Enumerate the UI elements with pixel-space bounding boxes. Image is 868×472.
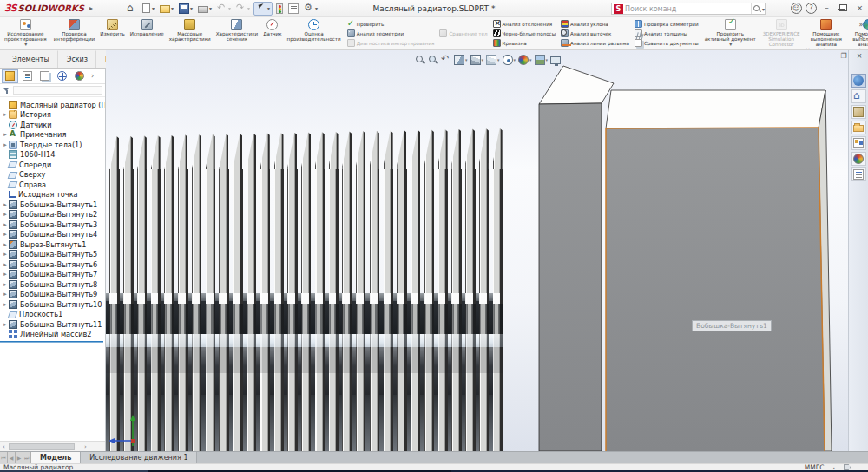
doc-restore-button[interactable]: ❐	[838, 52, 849, 60]
ribbon-button[interactable]: Проверка симметрии	[633, 19, 700, 29]
display-style-button[interactable]: ▾	[486, 55, 500, 65]
units-caret-icon[interactable]: ▴	[832, 465, 835, 470]
panel-tabs-expand-icon[interactable]: ›	[91, 72, 94, 80]
dropdown-caret[interactable]: ▾	[228, 5, 231, 11]
tree-item[interactable]: ▸Бобышка-Вытянуть7	[0, 270, 105, 280]
dropdown-caret[interactable]: ▾	[24, 42, 27, 47]
ribbon-button[interactable]: Кривизна	[491, 38, 558, 48]
filter-icon[interactable]	[3, 87, 10, 95]
rebuild-button[interactable]	[274, 2, 285, 16]
ribbon-button[interactable]: Проверитьактивный документ▾	[702, 17, 759, 49]
ribbon-button[interactable]: Анализ толщины	[633, 29, 700, 38]
ribbon-button[interactable]: Характеристикисечения	[214, 17, 261, 49]
graphics-area[interactable]: Бобышка-Вытянуть1	[106, 50, 868, 451]
doc-close-button[interactable]: ×	[854, 52, 865, 60]
options-button[interactable]: ▾	[302, 2, 319, 16]
tree-item[interactable]: Плоскость1	[0, 310, 105, 320]
tree-item[interactable]: ▸Бобышка-Вытянуть9	[0, 290, 105, 300]
dropdown-caret[interactable]: ▾	[465, 57, 468, 62]
tree-horizontal-scrollbar[interactable]: ‹ ›	[0, 441, 105, 451]
ribbon-button[interactable]: Анализ выточек	[559, 29, 631, 38]
expander-icon[interactable]: ▸	[2, 131, 9, 138]
command-search[interactable]: S ▾	[611, 3, 766, 15]
tree-item[interactable]: 1060-H14	[0, 150, 105, 161]
undo-button[interactable]: ▾	[215, 2, 233, 16]
dropdown-caret[interactable]: ▾	[247, 5, 250, 11]
expander-icon[interactable]: ▸	[2, 291, 9, 298]
menu-expand-arrow[interactable]: ▸	[89, 4, 93, 12]
dropdown-caret[interactable]: ▾	[315, 5, 318, 11]
redo-button[interactable]: ▾	[234, 2, 252, 16]
ribbon-button[interactable]: Массовыехарактеристики	[167, 17, 214, 49]
tree-item[interactable]: ▸Бобышка-Вытянуть11	[0, 319, 105, 330]
filter-input[interactable]	[13, 86, 102, 95]
section-view-button[interactable]: ▾	[454, 55, 468, 65]
tree-item[interactable]: ▸Вырез-Вытянуть1	[0, 239, 105, 250]
ribbon-overflow-button[interactable]: »	[856, 21, 866, 29]
login-icon[interactable]: ☺	[791, 3, 802, 14]
tree-item[interactable]: ▸Твердые тела(1)	[0, 140, 105, 150]
displaymanager-tab[interactable]	[71, 69, 88, 83]
dropdown-caret[interactable]: ▾	[171, 5, 174, 11]
open-document-button[interactable]: ▾	[158, 2, 175, 16]
tree-item[interactable]: ▸Бобышка-Вытянуть3	[0, 220, 105, 230]
ribbon-button[interactable]: Исследованиепроектирования▾	[2, 17, 49, 49]
dropdown-caret[interactable]: ▾	[482, 57, 484, 62]
zoom-to-area-button[interactable]	[428, 55, 438, 65]
file-explorer-button[interactable]	[851, 121, 866, 134]
home-button[interactable]	[124, 2, 138, 16]
dimxpertmanager-tab[interactable]	[54, 69, 70, 83]
ribbon-button[interactable]: Анализ линии разъема	[559, 38, 631, 48]
expander-icon[interactable]: ▸	[2, 211, 9, 218]
expander-icon[interactable]: ▸	[2, 261, 9, 268]
tree-item[interactable]: ▸Бобышка-Вытянуть8	[0, 279, 105, 290]
tree-item[interactable]: Сверху	[0, 170, 105, 180]
featuremanager-tab[interactable]	[2, 69, 18, 83]
model-tab-nav-3[interactable]: ⏭	[23, 452, 31, 463]
3dexperience-marketplace-button[interactable]	[851, 74, 866, 88]
new-document-button[interactable]: ▾	[140, 2, 156, 16]
model-tab-nav-2[interactable]: ▶	[16, 452, 23, 463]
ribbon-button[interactable]: Датчик	[260, 17, 284, 49]
ribbon-button[interactable]: Проверкаинтерференции	[51, 17, 98, 49]
ribbon-button[interactable]: Анализ отклонения	[491, 19, 558, 29]
save-button[interactable]: ▾	[177, 2, 194, 16]
propertymanager-tab[interactable]	[19, 69, 36, 83]
design-library-button[interactable]	[851, 105, 866, 119]
expander-icon[interactable]: ▸	[2, 301, 9, 308]
ribbon-button[interactable]: Сравнить документы	[633, 38, 700, 48]
doc-minimize-button[interactable]: –	[823, 52, 833, 60]
previous-view-button[interactable]	[441, 55, 451, 65]
expander-icon[interactable]: ▸	[2, 241, 9, 248]
select-button[interactable]: ▾	[253, 2, 273, 16]
expander-icon[interactable]: ▸	[2, 271, 9, 278]
model-tab-исследование-движения-1[interactable]: Исследование движения 1	[81, 452, 197, 463]
scrollbar-thumb[interactable]	[9, 443, 75, 450]
ribbon-button[interactable]: Оценкапроизводительности	[285, 17, 344, 49]
print-button[interactable]: ▾	[196, 2, 214, 16]
search-input[interactable]	[625, 3, 751, 14]
scroll-left-arrow[interactable]: ‹	[0, 443, 8, 450]
view-orientation-button[interactable]: ▾	[470, 55, 484, 65]
search-icon[interactable]	[751, 3, 761, 14]
rollback-bar[interactable]	[0, 341, 103, 343]
tree-item[interactable]: Линейный массив2	[0, 330, 105, 340]
scroll-right-arrow[interactable]: ›	[82, 443, 89, 450]
restore-button[interactable]	[837, 2, 850, 14]
dropdown-caret[interactable]: ▾	[546, 57, 549, 62]
tree-item[interactable]: ▸Бобышка-Вытянуть2	[0, 210, 105, 220]
dropdown-caret[interactable]: ▾	[529, 57, 532, 62]
close-button[interactable]: ×	[853, 2, 866, 14]
ribbon-button[interactable]: Черно-белые полосы	[491, 29, 558, 38]
file-properties-button[interactable]	[286, 2, 300, 16]
hide-show-items-button[interactable]: ▾	[503, 55, 516, 65]
ribbon-button[interactable]: Исправление	[128, 17, 167, 49]
dropdown-caret[interactable]: ▾	[190, 5, 193, 11]
model-tab-модель[interactable]: Модель	[31, 452, 81, 463]
tree-item[interactable]: ▸Бобышка-Вытянуть6	[0, 259, 105, 270]
view-palette-button[interactable]	[851, 136, 866, 150]
tree-item[interactable]: ▸Бобышка-Вытянуть5	[0, 250, 105, 260]
tree-item[interactable]: ▸История	[0, 110, 105, 121]
tree-item[interactable]: ▸Бобышка-Вытянуть10	[0, 299, 105, 310]
dropdown-caret[interactable]: ▾	[729, 42, 732, 47]
